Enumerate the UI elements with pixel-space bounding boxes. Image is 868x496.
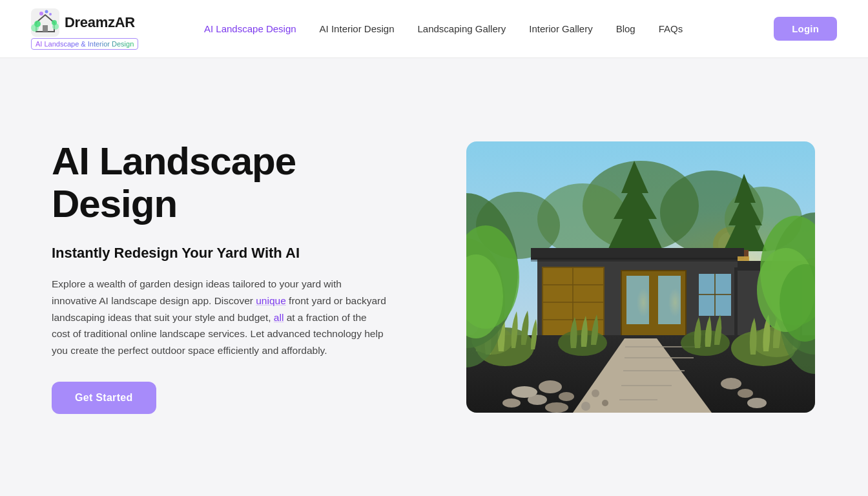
svg-rect-33 (626, 276, 649, 324)
header-right: Login (774, 17, 837, 41)
main-nav: AI Landscape Design AI Interior Design L… (204, 23, 774, 34)
svg-point-64 (602, 400, 608, 406)
main-content: AI Landscape Design Instantly Redesign Y… (0, 58, 868, 496)
svg-point-66 (721, 378, 741, 389)
site-header: DreamzAR AI Landscape & Interior Design … (0, 0, 868, 58)
login-button[interactable]: Login (774, 17, 837, 41)
logo-area: DreamzAR AI Landscape & Interior Design (31, 8, 173, 50)
landscape-svg (466, 141, 815, 413)
hero-image-container (465, 141, 816, 413)
svg-point-62 (545, 402, 568, 413)
highlight-unique: unique (256, 295, 286, 306)
hero-body: Explore a wealth of garden design ideas … (52, 276, 388, 358)
get-started-button[interactable]: Get Started (52, 382, 156, 414)
svg-point-57 (539, 380, 562, 393)
svg-point-60 (512, 386, 537, 398)
svg-point-61 (502, 398, 521, 408)
logo-name: DreamzAR (65, 14, 135, 31)
hero-text-section: AI Landscape Design Instantly Redesign Y… (52, 140, 413, 415)
hero-title: AI Landscape Design (52, 140, 413, 225)
svg-point-65 (581, 402, 590, 411)
hero-subtitle: Instantly Redesign Your Yard With AI (52, 243, 413, 264)
svg-point-7 (45, 10, 48, 13)
nav-interior-gallery[interactable]: Interior Gallery (529, 23, 592, 34)
highlight-all: all (274, 312, 284, 323)
svg-point-3 (34, 21, 41, 27)
svg-rect-24 (531, 258, 744, 262)
logo-icon (31, 8, 59, 37)
svg-point-5 (52, 20, 57, 25)
svg-rect-35 (658, 276, 681, 324)
nav-blog[interactable]: Blog (616, 23, 636, 34)
svg-point-8 (49, 13, 52, 16)
svg-point-58 (559, 392, 574, 401)
nav-ai-interior[interactable]: AI Interior Design (320, 23, 395, 34)
logo-tagline: AI Landscape & Interior Design (31, 38, 138, 50)
svg-point-68 (747, 398, 767, 408)
nav-landscaping-gallery[interactable]: Landscaping Gallery (418, 23, 506, 34)
nav-faqs[interactable]: FAQs (659, 23, 683, 34)
svg-rect-41 (734, 267, 738, 338)
nav-ai-landscape[interactable]: AI Landscape Design (204, 23, 296, 34)
svg-point-6 (39, 12, 43, 16)
svg-point-67 (738, 389, 753, 398)
svg-point-63 (592, 389, 599, 397)
svg-rect-1 (43, 25, 48, 32)
hero-image (466, 141, 815, 413)
